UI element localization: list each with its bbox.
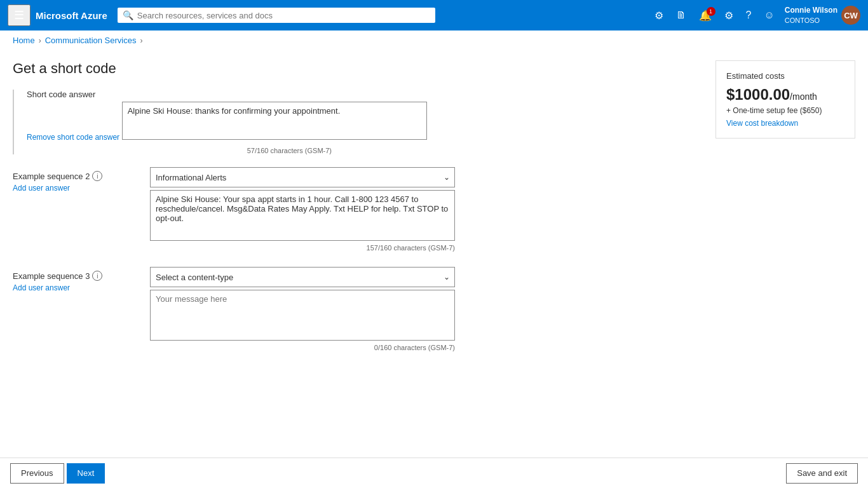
hamburger-menu-button[interactable]: ☰ [8,4,31,26]
avatar: CW [841,6,860,25]
seq2-input-col: Informational Alerts Two-way SMS One-tim… [150,167,855,252]
feedback-icon-button[interactable]: 🗎 [671,6,691,25]
breadcrumb-separator-1: › [39,36,41,45]
cost-per-month: /month [790,92,817,102]
seq3-info-icon: i [92,271,102,281]
example-sequence-3-row: Example sequence 3 i Add user answer Sel… [13,267,855,351]
seq3-dropdown-wrapper: Select a content-type Informational Aler… [150,267,455,287]
seq2-content-type-dropdown[interactable]: Informational Alerts Two-way SMS One-tim… [150,167,455,187]
cost-panel-title: Estimated costs [726,71,844,81]
seq3-input-col: Select a content-type Informational Aler… [150,267,855,351]
seq3-add-user-answer-link[interactable]: Add user answer [13,283,70,292]
breadcrumb: Home › Communication Services › [0,30,868,50]
breadcrumb-communication-services[interactable]: Communication Services [45,36,137,45]
seq2-label-col: Example sequence 2 i Add user answer [13,167,140,193]
top-navigation: ☰ Microsoft Azure 🔍 ⚙ 🗎 🔔 1 ⚙ ? ☺ Connie… [0,0,868,30]
seq3-label: Example sequence 3 i [13,271,140,281]
main-content: Get a short code Short code answer Remov… [0,50,868,458]
seq2-dropdown-wrapper: Informational Alerts Two-way SMS One-tim… [150,167,455,187]
topnav-icons: ⚙ 🗎 🔔 1 ⚙ ? ☺ Connie Wilson CONTOSO CW [649,6,860,25]
notifications-icon-button[interactable]: 🔔 1 [694,6,717,25]
cloud-shell-icon-button[interactable]: ⚙ [649,6,668,25]
previous-button[interactable]: Previous [10,463,64,484]
seq2-label: Example sequence 2 i [13,171,140,181]
next-button[interactable]: Next [67,463,105,484]
bottom-bar: Previous Next Save and exit [0,458,868,488]
cost-amount-line: $1000.00/month [726,86,844,104]
short-code-answer-textarea[interactable]: Alpine Ski House: thanks for confirming … [122,102,427,140]
app-logo: Microsoft Azure [36,10,107,21]
short-code-char-count: 57/160 characters (GSM-7) [27,147,332,154]
user-menu[interactable]: Connie Wilson CONTOSO CW [785,6,860,25]
seq2-message-textarea[interactable]: Alpine Ski House: Your spa appt starts i… [150,190,455,241]
cost-setup-fee: + One-time setup fee ($650) [726,106,844,115]
remove-short-code-answer-link[interactable]: Remove short code answer [27,133,119,142]
user-name: Connie Wilson [785,6,837,16]
view-cost-breakdown-link[interactable]: View cost breakdown [726,119,798,128]
notification-badge: 1 [707,7,715,16]
breadcrumb-separator-2: › [140,36,142,45]
cost-amount: $1000.00 [726,86,790,103]
seq2-char-count: 157/160 characters (GSM-7) [150,244,455,252]
smiley-icon-button[interactable]: ☺ [759,6,779,25]
seq3-char-count: 0/160 characters (GSM-7) [150,344,455,351]
settings-icon-button[interactable]: ⚙ [719,6,738,25]
example-sequence-2-row: Example sequence 2 i Add user answer Inf… [13,167,855,252]
breadcrumb-home[interactable]: Home [13,36,35,45]
help-icon-button[interactable]: ? [741,6,757,25]
seq2-add-user-answer-link[interactable]: Add user answer [13,184,70,193]
search-icon: 🔍 [123,10,133,20]
estimated-costs-panel: Estimated costs $1000.00/month + One-tim… [715,60,855,139]
user-org: CONTOSO [785,16,837,25]
seq3-label-col: Example sequence 3 i Add user answer [13,267,140,292]
search-input[interactable] [137,11,430,20]
seq3-message-textarea[interactable] [150,290,455,341]
seq2-info-icon: i [92,171,102,181]
seq3-content-type-dropdown[interactable]: Select a content-type Informational Aler… [150,267,455,287]
save-and-exit-button[interactable]: Save and exit [786,463,858,484]
search-bar: 🔍 [118,8,435,23]
